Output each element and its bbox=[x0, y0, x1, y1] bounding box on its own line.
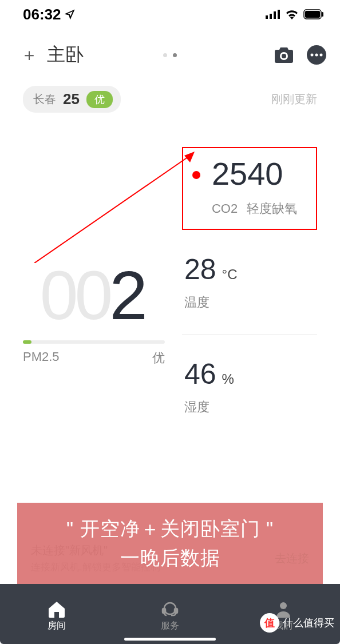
add-room-button[interactable]: ＋ bbox=[21, 43, 38, 67]
hum-val-row: 46 % bbox=[184, 357, 315, 391]
co2-metric: 2540 CO2 轻度缺氧 bbox=[182, 147, 317, 230]
pm25-fill bbox=[23, 340, 31, 344]
svg-rect-6 bbox=[322, 12, 323, 17]
pm25-bar bbox=[23, 340, 165, 344]
wifi-icon bbox=[285, 9, 299, 19]
overlay-caption: " 开空净＋关闭卧室门 " 一晚后数据 bbox=[17, 503, 323, 584]
caption-line2: 一晚后数据 bbox=[22, 543, 318, 573]
tab-service-label: 服务 bbox=[161, 620, 179, 632]
svg-rect-1 bbox=[270, 14, 272, 19]
co2-sub: CO2 轻度缺氧 bbox=[212, 200, 305, 217]
main-content: 00 2 PM2.5 优 2540 CO2 轻度缺氧 28 °C 温度 bbox=[0, 124, 340, 439]
city-name: 长春 bbox=[33, 92, 56, 107]
location-arrow-icon bbox=[65, 9, 75, 19]
humidity-unit: % bbox=[222, 371, 234, 387]
pm25-quality: 优 bbox=[152, 349, 165, 367]
temperature-label: 温度 bbox=[184, 294, 315, 311]
location-row: 长春 25 优 刚刚更新 bbox=[0, 86, 340, 113]
page-dot-active bbox=[173, 53, 177, 57]
svg-point-18 bbox=[280, 602, 287, 609]
svg-rect-17 bbox=[175, 609, 177, 613]
pm25-display: 00 2 bbox=[23, 256, 165, 335]
time-text: 06:32 bbox=[23, 6, 61, 23]
svg-rect-5 bbox=[305, 11, 320, 18]
temperature-metric: 28 °C 温度 bbox=[182, 230, 317, 335]
svg-rect-2 bbox=[274, 11, 276, 19]
svg-point-12 bbox=[320, 54, 323, 57]
pm25-value: 2 bbox=[109, 256, 148, 335]
header-right bbox=[274, 45, 326, 65]
svg-rect-3 bbox=[278, 10, 280, 19]
more-icon[interactable] bbox=[307, 45, 326, 65]
temp-val-row: 28 °C bbox=[184, 253, 315, 286]
co2-value: 2540 bbox=[212, 155, 305, 192]
status-time: 06:32 bbox=[23, 6, 75, 23]
temperature-value: 28 bbox=[184, 253, 216, 286]
pm25-label: PM2.5 bbox=[23, 349, 60, 367]
app-header: ＋ 主卧 bbox=[0, 38, 340, 72]
co2-label: CO2 bbox=[212, 201, 238, 216]
headset-icon bbox=[161, 601, 179, 618]
svg-point-10 bbox=[311, 54, 314, 57]
svg-point-11 bbox=[315, 54, 318, 57]
cellular-icon bbox=[266, 10, 280, 19]
co2-alert-dot bbox=[192, 171, 200, 179]
tab-service[interactable]: 服务 bbox=[161, 601, 179, 632]
humidity-value: 46 bbox=[184, 357, 216, 391]
temperature-unit: °C bbox=[222, 267, 238, 283]
header-left: ＋ 主卧 bbox=[21, 42, 84, 67]
tab-room-label: 房间 bbox=[48, 620, 66, 632]
watermark-badge: 值 bbox=[260, 613, 279, 633]
page-dot bbox=[163, 53, 167, 57]
battery-icon bbox=[303, 9, 324, 19]
co2-status: 轻度缺氧 bbox=[247, 200, 297, 217]
caption-line1: " 开空净＋关闭卧室门 " bbox=[22, 514, 318, 543]
room-title[interactable]: 主卧 bbox=[47, 42, 84, 67]
watermark-text: 什么值得买 bbox=[283, 616, 334, 630]
svg-point-8 bbox=[282, 54, 286, 58]
camera-icon[interactable] bbox=[274, 46, 294, 63]
aqi-value: 25 bbox=[63, 90, 80, 108]
update-time: 刚刚更新 bbox=[271, 92, 317, 107]
pm25-labels: PM2.5 优 bbox=[23, 349, 165, 367]
status-icons bbox=[266, 9, 324, 19]
pm25-panel: 00 2 PM2.5 优 bbox=[23, 147, 165, 439]
svg-rect-0 bbox=[266, 15, 268, 19]
tab-room[interactable]: 房间 bbox=[48, 601, 66, 632]
watermark: 值 什么值得买 bbox=[260, 613, 334, 633]
status-bar: 06:32 bbox=[0, 0, 340, 29]
home-icon bbox=[48, 601, 66, 618]
pm25-leading: 00 bbox=[40, 256, 109, 335]
humidity-metric: 46 % 湿度 bbox=[182, 335, 317, 439]
page-indicator bbox=[163, 53, 177, 57]
svg-rect-16 bbox=[163, 609, 165, 613]
quality-pill: 优 bbox=[86, 91, 113, 108]
home-indicator bbox=[124, 638, 216, 641]
metrics-column: 2540 CO2 轻度缺氧 28 °C 温度 46 % 湿度 bbox=[182, 147, 317, 439]
humidity-label: 湿度 bbox=[184, 399, 315, 416]
location-badge[interactable]: 长春 25 优 bbox=[23, 86, 121, 113]
